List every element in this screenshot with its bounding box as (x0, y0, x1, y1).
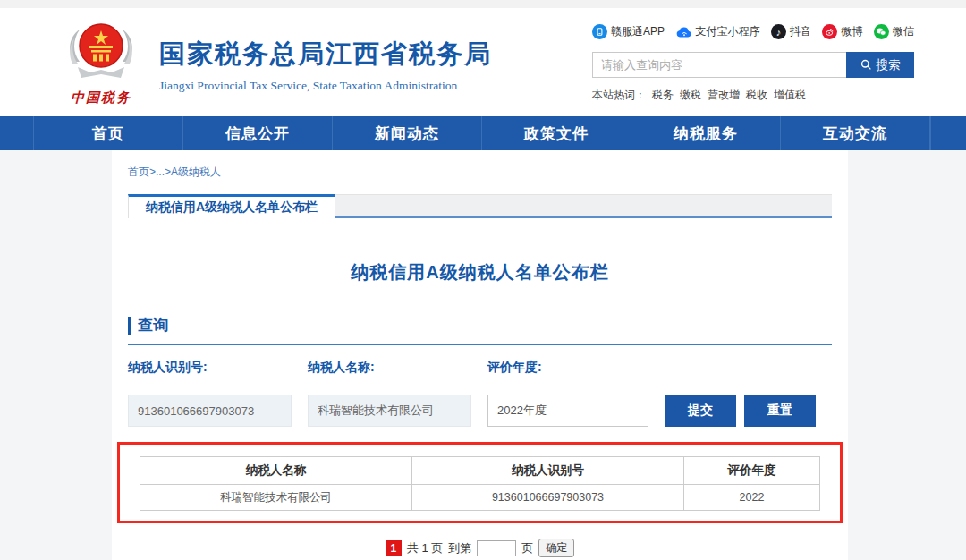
site-subtitle: Jiangxi Provincial Tax Service, State Ta… (159, 79, 492, 93)
main-nav: 首页 信息公开 新闻动态 政策文件 纳税服务 互动交流 (0, 116, 966, 150)
douyin-icon: ♪ (771, 24, 786, 39)
site-title-block: 国家税务总局江西省税务局 Jiangxi Provincial Tax Serv… (159, 21, 492, 93)
hot-word[interactable]: 税收 (746, 88, 767, 103)
submit-button[interactable]: 提交 (665, 395, 736, 427)
evaluation-year-label: 评价年度: (487, 360, 648, 376)
wechat-icon (874, 24, 889, 39)
form-buttons: 提交 重置 (665, 395, 816, 427)
mobile-app-icon (592, 24, 607, 39)
search-button-label: 搜索 (877, 57, 901, 73)
goto-suffix-text: 页 (521, 540, 533, 556)
result-table: 纳税人名称 纳税人识别号 评价年度 科瑞智能技术有限公司 91360106669… (140, 456, 820, 511)
taxpayer-name-label: 纳税人名称: (308, 360, 471, 376)
nav-item-info-disclosure[interactable]: 信息公开 (183, 116, 333, 150)
hot-word[interactable]: 营改增 (708, 88, 740, 103)
site-header: 中国税务 国家税务总局江西省税务局 Jiangxi Provincial Tax… (0, 8, 966, 116)
section-divider (128, 344, 832, 345)
total-pages-text: 共 1 页 (407, 540, 443, 556)
pagination: 1 共 1 页 到第 页 确定 (128, 539, 832, 557)
query-section-head: 查询 (128, 315, 832, 335)
tax-emblem-icon (60, 21, 142, 89)
current-page-button[interactable]: 1 (386, 540, 402, 556)
table-header-row: 纳税人名称 纳税人识别号 评价年度 (140, 457, 820, 485)
header-right: 赣服通APP 支付宝小程序 ♪ 抖音 微博 (592, 21, 914, 103)
quick-link-label: 微信 (893, 24, 914, 39)
tab-bar: 纳税信用A级纳税人名单公布栏 (128, 194, 832, 218)
nav-spacer (0, 116, 34, 150)
quick-link-alipay-miniprogram[interactable]: 支付宝小程序 (676, 24, 760, 39)
nav-item-interaction[interactable]: 互动交流 (781, 116, 930, 150)
taxpayer-id-field-group: 纳税人识别号: (128, 360, 292, 427)
quick-link-label: 微博 (841, 24, 862, 39)
search-input[interactable] (592, 52, 846, 78)
tab-bar-filler (335, 194, 832, 218)
alipay-cloud-icon (676, 26, 692, 38)
hot-words: 本站热词： 税务 缴税 营改增 税收 增值税 (592, 88, 914, 103)
content-panel: 首页>...>A级纳税人 纳税信用A级纳税人名单公布栏 纳税信用A级纳税人名单公… (112, 150, 848, 560)
query-section-title: 查询 (138, 315, 168, 335)
quick-link-ganfutong-app[interactable]: 赣服通APP (592, 24, 665, 39)
weibo-icon (822, 24, 837, 39)
nav-spacer (930, 116, 966, 150)
section-accent-bar (128, 317, 131, 335)
nav-item-news[interactable]: 新闻动态 (333, 116, 482, 150)
quick-link-weibo[interactable]: 微博 (822, 24, 862, 39)
cell-evaluation-year: 2022 (684, 485, 820, 511)
page-title: 纳税信用A级纳税人名单公布栏 (128, 260, 832, 284)
site-logo: 中国税务 (55, 21, 147, 106)
nav-item-home[interactable]: 首页 (34, 116, 183, 150)
taxpayer-name-field-group: 纳税人名称: (308, 360, 471, 427)
cell-taxpayer-name: 科瑞智能技术有限公司 (140, 485, 412, 511)
col-header-taxpayer-id: 纳税人识别号 (412, 457, 684, 485)
goto-page-input[interactable] (477, 540, 516, 556)
hot-word[interactable]: 税务 (652, 88, 674, 103)
evaluation-year-select[interactable] (487, 395, 648, 427)
reset-button[interactable]: 重置 (744, 395, 816, 427)
quick-link-label: 支付宝小程序 (696, 24, 760, 39)
quick-link-label: 抖音 (790, 24, 811, 39)
breadcrumb[interactable]: 首页>...>A级纳税人 (128, 150, 832, 180)
site-title: 国家税务总局江西省税务局 (159, 37, 492, 72)
taxpayer-id-label: 纳税人识别号: (128, 360, 292, 376)
nav-item-tax-service[interactable]: 纳税服务 (631, 116, 781, 150)
top-strip (0, 0, 966, 8)
col-header-taxpayer-name: 纳税人名称 (140, 457, 412, 485)
hot-word[interactable]: 增值税 (774, 88, 806, 103)
taxpayer-name-input[interactable] (308, 395, 471, 427)
evaluation-year-field-group: 评价年度: (487, 360, 648, 427)
taxpayer-id-input[interactable] (128, 395, 292, 427)
query-form: 纳税人识别号: 纳税人名称: 评价年度: 提交 重置 (128, 360, 832, 427)
tab-a-level-taxpayer-list[interactable]: 纳税信用A级纳税人名单公布栏 (128, 194, 335, 218)
hot-word[interactable]: 缴税 (680, 88, 701, 103)
goto-confirm-button[interactable]: 确定 (538, 539, 574, 557)
search-button[interactable]: 搜索 (846, 52, 914, 78)
logo-caption: 中国税务 (55, 89, 147, 106)
search-icon (860, 59, 872, 71)
table-row: 科瑞智能技术有限公司 913601066697903073 2022 (140, 485, 820, 511)
col-header-evaluation-year: 评价年度 (684, 457, 820, 485)
goto-prefix-text: 到第 (448, 540, 471, 556)
cell-taxpayer-id: 913601066697903073 (412, 485, 684, 511)
quick-link-wechat[interactable]: 微信 (874, 24, 914, 39)
search-bar: 搜索 (592, 52, 914, 78)
page-body: 首页>...>A级纳税人 纳税信用A级纳税人名单公布栏 纳税信用A级纳税人名单公… (0, 150, 966, 560)
quick-link-label: 赣服通APP (611, 24, 665, 39)
hot-words-label: 本站热词： (592, 88, 646, 103)
quick-links: 赣服通APP 支付宝小程序 ♪ 抖音 微博 (592, 24, 914, 39)
result-highlight-annotation: 纳税人名称 纳税人识别号 评价年度 科瑞智能技术有限公司 91360106669… (117, 442, 843, 523)
quick-link-douyin[interactable]: ♪ 抖音 (771, 24, 811, 39)
nav-item-policy[interactable]: 政策文件 (482, 116, 631, 150)
